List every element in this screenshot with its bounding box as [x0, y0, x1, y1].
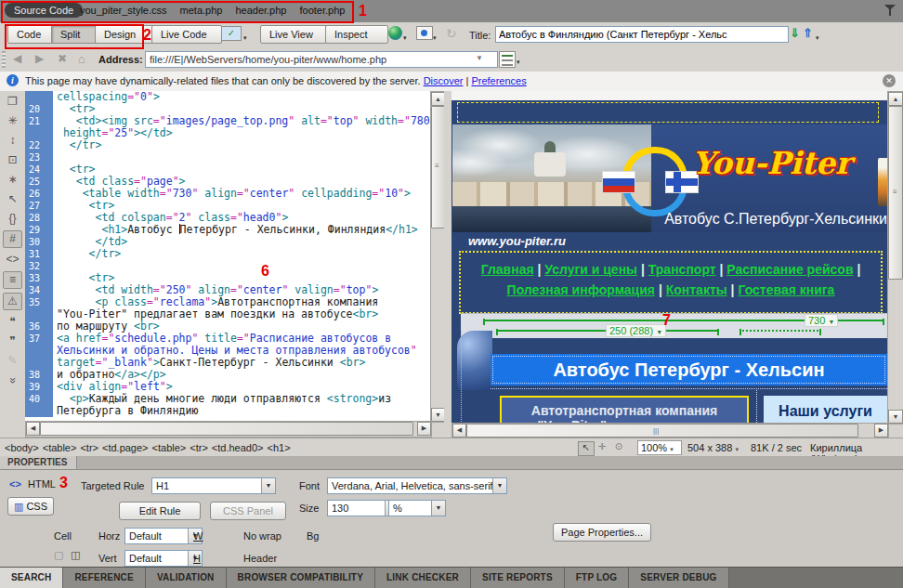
banner-image[interactable]: You-Piter Автобус С.Петербург-Хельсинки [452, 124, 887, 232]
inspect-button[interactable]: Inspect [325, 25, 388, 44]
document-title-input[interactable] [495, 26, 789, 43]
collapse-selection-icon[interactable]: ⊡ [4, 152, 21, 168]
filter-related-files-icon[interactable] [884, 5, 896, 16]
targeted-rule-select[interactable]: H1▼ [151, 477, 276, 494]
design-scroll-up-icon[interactable]: ▲ [888, 92, 903, 106]
open-documents-icon[interactable]: ❐ [4, 94, 21, 110]
live-code-button[interactable]: Live Code [151, 25, 222, 44]
validate-page-icon[interactable] [416, 26, 433, 40]
pointer-tool-icon[interactable]: ↖ [578, 441, 595, 456]
reclama-text-cell[interactable]: Автотранспортная компания "You-Piter" пр… [500, 396, 749, 423]
tag-selector-item[interactable]: <td.head0> [212, 442, 264, 453]
window-size-popup[interactable]: 504 x 388 ▾ [687, 442, 739, 453]
remove-comment-icon[interactable]: ❞ [4, 333, 21, 349]
results-tab-search[interactable]: SEARCH [0, 568, 63, 588]
tag-selector-item[interactable]: <tr> [80, 442, 98, 453]
address-input[interactable] [145, 51, 498, 68]
nav-link[interactable]: Услуги и цены [544, 262, 637, 277]
nav-link[interactable]: Транспорт [648, 262, 716, 277]
results-tab-reference[interactable]: REFERENCE [63, 568, 145, 588]
select-parent-tag-icon[interactable]: ↖ [4, 191, 21, 207]
code-horizontal-scrollbar[interactable]: ◀ ▶ [25, 421, 432, 438]
live-view-options-icon[interactable] [499, 51, 516, 68]
expand-all-icon[interactable]: ∗ [4, 172, 21, 188]
design-scroll-down-icon[interactable]: ▼ [888, 410, 903, 424]
page-heading-h1[interactable]: Автобус Петербург - Хельсин [491, 354, 887, 385]
code-line[interactable]: 31 </tr> [25, 248, 430, 260]
code-hscroll-thumb[interactable] [40, 422, 413, 436]
results-tab-link-checker[interactable]: LINK CHECKER [375, 568, 471, 588]
scroll-down-icon[interactable]: ▼ [431, 408, 445, 422]
size-unit-select[interactable]: %▼ [388, 500, 446, 516]
more-chevron-icon[interactable]: » [5, 372, 20, 389]
left-column-width-line[interactable]: 250 (288) ▼ [496, 330, 719, 332]
preview-in-browser-globe-icon[interactable] [388, 26, 402, 40]
design-vertical-scrollbar[interactable]: ▲ ≡ ▼ [887, 91, 903, 425]
nav-link[interactable]: Полезная информация [507, 282, 655, 297]
nav-link[interactable]: Главная [481, 262, 534, 277]
nav-link[interactable]: Контакты [666, 282, 727, 297]
results-tab-validation[interactable]: VALIDATION [146, 568, 227, 588]
apply-comment-icon[interactable]: ❝ [4, 314, 21, 330]
scroll-up-icon[interactable]: ▲ [431, 92, 445, 106]
font-select[interactable]: Verdana, Arial, Helvetica, sans-serif▼ [327, 477, 507, 494]
tag-selector-item[interactable]: <tr> [190, 442, 208, 453]
nav-menu-cell[interactable]: Главная | Услуги и цены | Транспорт | Ра… [459, 251, 883, 314]
left-column-width-label[interactable]: 250 (288) ▼ [606, 324, 666, 337]
page-properties-button[interactable]: Page Properties... [553, 523, 651, 542]
syntax-error-alerts-icon[interactable]: ⚠ [3, 293, 22, 310]
results-tab-browser-compatibility[interactable]: BROWSER COMPATIBILITY [227, 568, 376, 588]
highlight-invalid-code-icon[interactable]: <> [4, 252, 21, 268]
tag-selector-item[interactable]: <body> [5, 442, 39, 453]
html-mode-button[interactable]: HTML [28, 478, 56, 490]
infobar-close-icon[interactable]: ✕ [883, 74, 896, 87]
file-get-download-icon[interactable]: ⇓ [790, 26, 800, 40]
code-view-pane[interactable]: cellspacing="0">20 <tr>21 <td><img src="… [25, 91, 430, 421]
services-heading-cell[interactable]: Наши услуги [764, 396, 887, 423]
scroll-left-icon[interactable]: ◀ [26, 422, 40, 436]
code-scroll-thumb[interactable]: ≡ [431, 106, 445, 229]
check-browser-compatibility-icon[interactable]: ✓ [221, 26, 242, 41]
live-view-button[interactable]: Live View [260, 25, 331, 44]
back-icon[interactable]: ◀ [13, 52, 21, 65]
results-tab-server-debug[interactable]: SERVER DEBUG [629, 568, 728, 588]
vert-align-select[interactable]: Default▼ [124, 550, 203, 567]
balance-braces-icon[interactable]: {} [4, 211, 21, 227]
discover-link[interactable]: Discover [424, 75, 464, 86]
forward-icon[interactable]: ▶ [35, 52, 44, 65]
hand-tool-icon[interactable]: ✛ [595, 441, 609, 454]
design-scroll-thumb[interactable]: ≡ [888, 106, 903, 280]
column-width-dotted-line[interactable] [739, 330, 821, 332]
zoom-tool-icon[interactable]: ⊙ [611, 441, 626, 454]
stop-icon[interactable]: ✖ [58, 52, 67, 65]
address-dropdown-icon[interactable]: ▼ [476, 54, 483, 62]
file-put-upload-icon[interactable]: ⇑ [803, 26, 813, 40]
magnification-select[interactable]: 100% ▾ [637, 440, 682, 455]
tag-selector-item[interactable]: <td.page> [102, 442, 149, 453]
nav-link[interactable]: Расписание рейсов [726, 262, 853, 277]
results-tab-ftp-log[interactable]: FTP LOG [565, 568, 630, 588]
word-wrap-icon[interactable]: ≡ [3, 271, 22, 289]
collapse-full-tag-icon[interactable]: ↕ [4, 133, 21, 149]
design-scroll-left-icon[interactable]: ◀ [452, 424, 466, 438]
results-tab-site-reports[interactable]: SITE REPORTS [471, 568, 565, 588]
outer-table-width-line[interactable]: 730 ▼ [483, 320, 884, 321]
scroll-right-icon[interactable]: ▶ [417, 422, 431, 436]
css-mode-button[interactable]: ▥ CSS [7, 497, 54, 516]
nav-link[interactable]: Гостевая книга [738, 282, 834, 297]
design-scroll-right-icon[interactable]: ▶ [874, 424, 888, 438]
code-navigator-icon[interactable]: ✳ [4, 113, 21, 129]
split-cell-icon[interactable]: ◫ [71, 549, 80, 561]
code-lines[interactable]: cellspacing="0">20 <tr>21 <td><img src="… [25, 91, 430, 417]
properties-tab[interactable]: PROPERTIES [0, 456, 77, 469]
design-hscroll-thumb[interactable]: ||| [466, 424, 858, 438]
tag-selector-item[interactable]: <h1> [268, 442, 291, 453]
horz-align-select[interactable]: Default▼ [124, 528, 203, 544]
code-line[interactable]: Петербурга в Финляндию [25, 405, 430, 417]
tag-selector-item[interactable]: <table> [152, 442, 187, 453]
outer-table-width-label[interactable]: 730 ▼ [805, 314, 838, 327]
edit-rule-button[interactable]: Edit Rule [119, 502, 201, 520]
tag-selector-item[interactable]: <table> [43, 442, 77, 453]
home-icon[interactable]: ⌂ [78, 52, 85, 66]
code-line[interactable]: 22 </tr> [25, 139, 430, 151]
